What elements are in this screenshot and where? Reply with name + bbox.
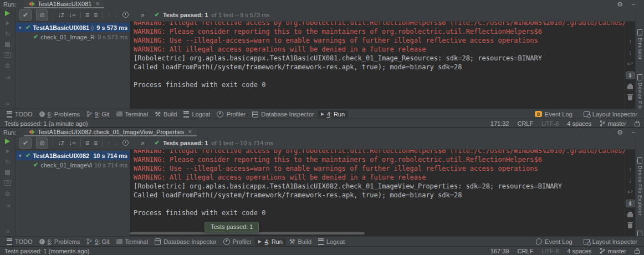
soft-wrap-icon[interactable]: ↩ [627, 60, 633, 67]
print-icon[interactable] [627, 213, 633, 217]
next-occurrence-icon[interactable]: ↓ [115, 12, 118, 18]
stop-button[interactable] [5, 42, 10, 47]
toolwindow-button-database-inspector[interactable]: Database Inspector [151, 238, 219, 246]
hide-toolbar-chevron-icon[interactable]: » [6, 228, 9, 234]
next-occurrence-icon[interactable]: ↓ [115, 140, 118, 146]
test-tree-child-row[interactable]: ✔ check_01_ImageView_Properties 10 s 714… [16, 160, 130, 170]
show-ignored-toggle[interactable]: ⊘ [36, 137, 48, 149]
lock-icon[interactable] [635, 250, 640, 254]
test-tree-child-row[interactable]: ✔ check_01_Image_Resources 9 s 573 ms [16, 32, 130, 42]
settings-gear-icon[interactable]: ⚙ [617, 129, 623, 136]
toolwindow-button-terminal[interactable]: Terminal [113, 238, 152, 246]
expander-icon[interactable]: ▾ [19, 25, 23, 30]
show-passed-toggle[interactable]: ✔ [19, 9, 32, 21]
minimize-icon[interactable]: − [631, 129, 635, 136]
layout-inspector-button[interactable]: Layout Inspector [584, 111, 637, 118]
toolwindow-button-problems[interactable]: 6: Problems [36, 110, 84, 118]
expand-all-icon[interactable]: ≡ [85, 140, 89, 146]
toolwindow-button-todo[interactable]: TODO [3, 238, 36, 246]
toolwindow-button-problems[interactable]: 6: Problems [36, 238, 84, 246]
show-ignored-toggle[interactable]: ⊘ [36, 9, 48, 21]
settings-gear-icon[interactable]: ⚙ [617, 1, 623, 8]
file-encoding[interactable]: UTF-8 [541, 248, 559, 254]
close-icon[interactable]: × [188, 129, 192, 135]
line-separator[interactable]: CRLF [517, 120, 533, 127]
soft-wrap-icon[interactable]: ↩ [627, 188, 633, 195]
previous-occurrence-icon[interactable]: ↑ [107, 140, 110, 146]
event-log-button[interactable]: Event Log [536, 238, 573, 245]
caret-position[interactable]: 167:39 [490, 248, 509, 254]
test-settings-gear-icon[interactable]: ⚙ [4, 191, 11, 197]
toolwindow-button-database-inspector[interactable]: Database Inspector [249, 110, 317, 118]
indent-setting[interactable]: 4 spaces [567, 120, 591, 127]
print-icon[interactable] [627, 85, 633, 89]
expand-all-icon[interactable]: ≡ [85, 12, 89, 18]
status-message[interactable]: Tests passed: 1 (a minute ago) [4, 120, 88, 127]
git-branch-widget[interactable]: master [600, 248, 626, 254]
minimize-icon[interactable]: − [631, 1, 635, 8]
toggle-auto-test-icon[interactable]: ↻ [4, 159, 10, 165]
close-icon[interactable]: × [95, 1, 99, 7]
lock-icon[interactable] [635, 123, 640, 126]
sort-by-duration-icon[interactable]: ↓= [69, 12, 76, 18]
sort-alphabetically-icon[interactable]: ↓z [58, 12, 64, 18]
up-stacktrace-icon[interactable]: ↑ [628, 38, 632, 45]
toolwindow-button-git[interactable]: 9: Git [83, 110, 113, 118]
toolwindow-button-emulator[interactable]: Emulator [637, 29, 643, 60]
toolwindow-button-terminal[interactable]: Terminal [113, 110, 152, 118]
toolwindow-button-todo[interactable]: TODO [3, 110, 36, 118]
test-history-icon[interactable] [122, 140, 129, 146]
test-tree-root-row[interactable]: ▾ ✔ TestA1BasicUIX082 (org.aplas.basica … [16, 151, 130, 160]
screenshot-icon[interactable] [4, 180, 11, 186]
down-stacktrace-icon[interactable]: ↓ [628, 177, 632, 184]
file-encoding[interactable]: UTF-8 [541, 120, 559, 127]
caret-position[interactable]: 171:32 [490, 120, 509, 127]
up-stacktrace-icon[interactable]: ↑ [628, 166, 632, 173]
toolwindow-button-profiler[interactable]: Profiler [213, 110, 249, 118]
layout-inspector-button[interactable]: Layout Inspector [584, 238, 637, 245]
toolwindow-button-build[interactable]: ⚒Build [286, 238, 315, 246]
run-tab[interactable]: TestA1BasicUIX082.check_01_ImageView_Pro… [24, 128, 197, 136]
toolwindow-button-run[interactable]: 4: Run [318, 110, 348, 118]
toolwindow-button-logcat[interactable]: Logcat [315, 238, 348, 246]
test-history-icon[interactable] [122, 12, 129, 18]
horizontal-scrollbar[interactable] [130, 232, 365, 234]
scroll-to-end-icon[interactable]: ⇟ [626, 200, 635, 207]
rerun-button[interactable] [5, 11, 10, 16]
more-actions-chevron-icon[interactable]: » [141, 140, 145, 146]
screenshot-icon[interactable] [4, 52, 11, 58]
toolwindow-button-git[interactable]: 9: Git [83, 238, 113, 246]
rerun-failed-button[interactable] [6, 21, 9, 26]
rerun-failed-button[interactable] [6, 149, 9, 154]
hide-toolbar-chevron-icon[interactable]: » [6, 100, 9, 107]
stop-button[interactable] [5, 170, 10, 175]
toggle-auto-test-icon[interactable]: ↻ [4, 30, 10, 37]
import-test-results-icon[interactable]: ⇥ [4, 74, 10, 81]
collapse-all-icon[interactable]: ≡ [94, 12, 98, 18]
clear-all-icon[interactable] [628, 223, 632, 228]
status-message[interactable]: Tests passed: 1 (moments ago) [4, 248, 89, 254]
expander-icon[interactable]: ▾ [19, 153, 23, 159]
down-stacktrace-icon[interactable]: ↓ [628, 49, 632, 56]
event-log-button[interactable]: 8Event Log [535, 111, 573, 118]
more-actions-chevron-icon[interactable]: » [141, 12, 145, 18]
scroll-to-end-icon[interactable]: ⇟ [626, 72, 635, 79]
sort-alphabetically-icon[interactable]: ↓z [58, 140, 64, 146]
import-test-results-icon[interactable]: ⇥ [4, 202, 10, 209]
toolwindow-button-logcat[interactable]: Logcat [180, 110, 213, 118]
test-tree-root-row[interactable]: ▾ ✔ TestA1BasicUIX081 (org.aplas.basica … [16, 23, 130, 32]
toolwindow-button-device-file-explorer[interactable]: Device File Explorer [637, 157, 643, 216]
sort-by-duration-icon[interactable]: ↓= [69, 140, 76, 146]
toolwindow-button-run[interactable]: 4: Run [255, 238, 285, 246]
run-tab[interactable]: TestA1BasicUIX081 × [24, 0, 104, 8]
rerun-button[interactable] [5, 139, 10, 144]
show-passed-toggle[interactable]: ✔ [19, 137, 32, 149]
git-branch-widget[interactable]: master [600, 120, 626, 127]
previous-occurrence-icon[interactable]: ↑ [107, 12, 110, 18]
indent-setting[interactable]: 4 spaces [567, 248, 591, 254]
toolwindow-button-build[interactable]: ⚒Build [151, 110, 180, 118]
clear-all-icon[interactable] [628, 95, 632, 100]
test-settings-gear-icon[interactable]: ⚙ [4, 63, 11, 69]
toolwindow-button-profiler[interactable]: Profiler [220, 238, 255, 246]
collapse-all-icon[interactable]: ≡ [94, 140, 98, 146]
